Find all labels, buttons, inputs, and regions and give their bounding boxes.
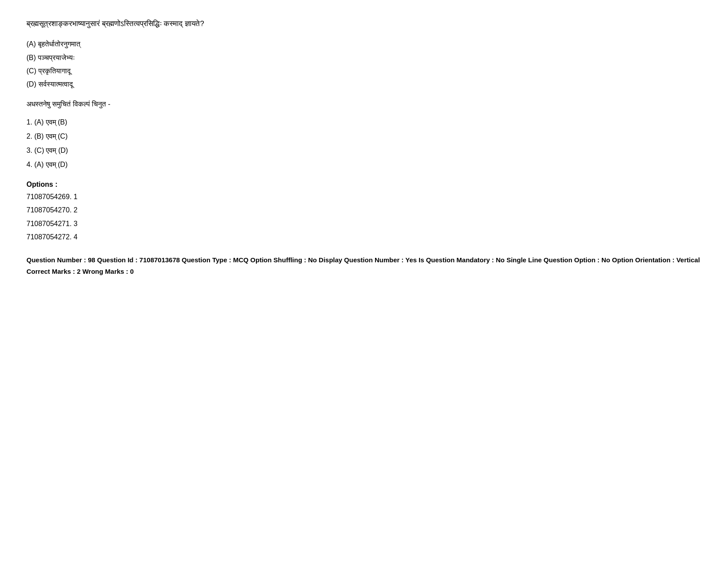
numeric-option-1: 71087054269. 1 — [26, 190, 702, 204]
sub-question-text: अधस्तनेषु समुचितं विकल्पं चिनुत - — [26, 100, 702, 108]
numeric-option-4: 71087054272. 4 — [26, 230, 702, 244]
meta-line1: Question Number : 98 Question Id : 71087… — [26, 254, 702, 266]
sub-option-1: 1. (A) एवम् (B) — [26, 115, 702, 129]
options-label: Options : — [26, 181, 702, 189]
option-d: (D) सर्वस्यात्मत्वादू — [26, 78, 702, 91]
meta-info: Question Number : 98 Question Id : 71087… — [26, 254, 702, 277]
question-text: ब्रह्मसूत्रशाङ्करभाष्यानुसारं ब्रह्मणोऽस… — [26, 18, 702, 30]
sub-option-4: 4. (A) एवम् (D) — [26, 158, 702, 172]
sub-option-2: 2. (B) एवम् (C) — [26, 129, 702, 144]
answer-options: (A) बृहतेर्धातोरनुगमात् (B) पञ्चप्रयाजेभ… — [26, 38, 702, 91]
sub-options: 1. (A) एवम् (B) 2. (B) एवम् (C) 3. (C) ए… — [26, 115, 702, 172]
option-b: (B) पञ्चप्रयाजेभ्यः — [26, 51, 702, 64]
option-c: (C) प्रकृतियागादू — [26, 64, 702, 78]
meta-line2: Correct Marks : 2 Wrong Marks : 0 — [26, 266, 702, 277]
numeric-options-list: 71087054269. 1 71087054270. 2 7108705427… — [26, 190, 702, 244]
numeric-option-3: 71087054271. 3 — [26, 217, 702, 230]
numeric-option-2: 71087054270. 2 — [26, 204, 702, 217]
sub-option-3: 3. (C) एवम् (D) — [26, 144, 702, 158]
option-a: (A) बृहतेर्धातोरनुगमात् — [26, 38, 702, 51]
